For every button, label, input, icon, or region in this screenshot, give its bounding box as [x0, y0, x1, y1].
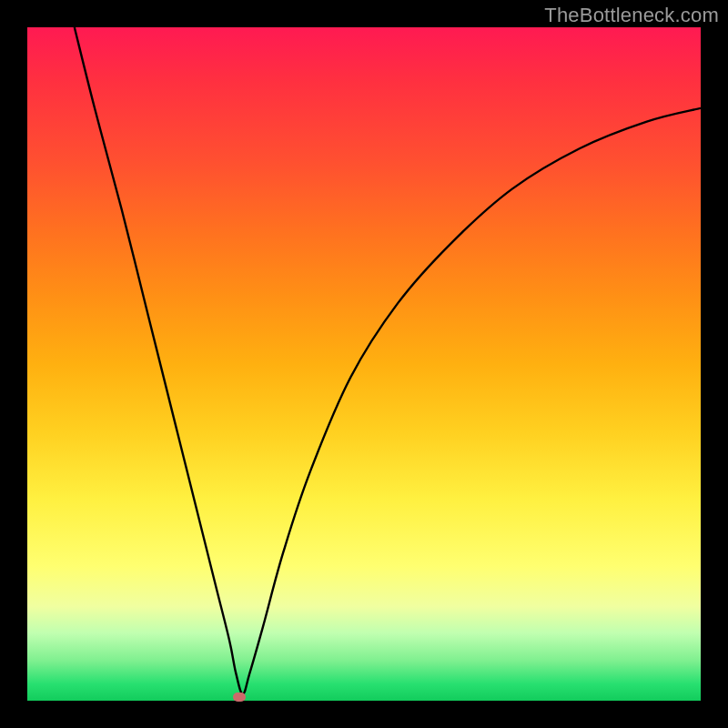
- plot-area: [27, 27, 701, 701]
- minimum-marker: [233, 693, 246, 702]
- bottleneck-curve: [27, 27, 701, 701]
- watermark-text: TheBottleneck.com: [544, 4, 719, 27]
